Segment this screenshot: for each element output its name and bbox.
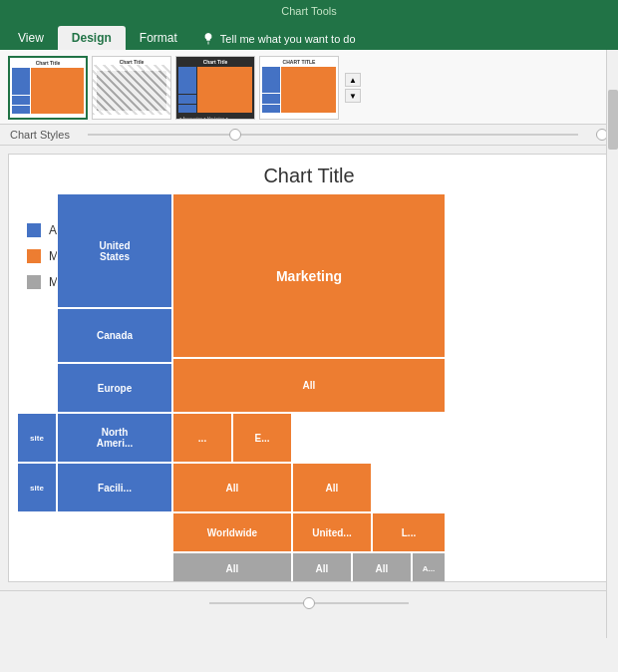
cell-europe[interactable]: Europe <box>57 363 172 413</box>
lightbulb-icon <box>201 32 215 46</box>
bottom-slider[interactable] <box>209 602 409 604</box>
cell-site-1[interactable]: site <box>17 413 57 463</box>
chart-title: Chart Title <box>9 155 609 193</box>
chart-style-thumb-3[interactable]: Chart Title ● Accounting ● Marketing ● M… <box>175 56 255 120</box>
scrollbar-thumb[interactable] <box>608 90 618 150</box>
scroll-down-btn[interactable]: ▼ <box>345 89 361 103</box>
ribbon-content: Chart Title ● Accounting ● Marketing ● M… <box>0 50 618 125</box>
tell-me-bar[interactable]: Tell me what you want to do <box>201 32 356 50</box>
styles-slider[interactable] <box>88 134 578 136</box>
cell-all-small[interactable]: All <box>292 463 372 512</box>
cell-united-states[interactable]: UnitedStates <box>57 193 172 308</box>
cell-all-mid[interactable]: All <box>172 463 292 512</box>
cell-all-large[interactable]: All <box>172 358 446 413</box>
cell-all-gray-2[interactable]: All <box>292 552 352 582</box>
cell-marketing[interactable]: Marketing <box>172 193 446 358</box>
cell-united-small[interactable]: United... <box>292 512 372 552</box>
cell-all-gray-1[interactable]: All <box>172 552 292 582</box>
cell-site-2[interactable]: site <box>17 463 57 512</box>
chart-style-thumb-4[interactable]: CHART TITLE <box>259 56 339 120</box>
scroll-up-btn[interactable]: ▲ <box>345 73 361 87</box>
cell-all-gray-3[interactable]: All <box>352 552 412 582</box>
chart-styles-bar: Chart Styles <box>0 125 618 146</box>
cell-north-america[interactable]: NorthAmeri... <box>57 413 172 463</box>
bottom-bar <box>0 590 618 614</box>
title-bar-text: Chart Tools <box>281 5 336 17</box>
title-bar: Chart Tools <box>0 0 618 22</box>
cell-l[interactable]: L... <box>372 512 446 552</box>
ribbon-scroll: ▲ ▼ <box>345 73 361 103</box>
cell-a-gray[interactable]: A... <box>412 552 446 582</box>
tab-view[interactable]: View <box>4 26 58 50</box>
tab-format[interactable]: Format <box>126 26 191 50</box>
chart-area: Chart Title UnitedStates Canada Europe N… <box>8 154 610 582</box>
treemap: UnitedStates Canada Europe NorthAmeri...… <box>17 193 446 552</box>
cell-facilities[interactable]: Facili... <box>57 463 172 512</box>
cell-canada[interactable]: Canada <box>57 308 172 363</box>
chart-style-thumb-2[interactable]: Chart Title <box>92 56 171 120</box>
ribbon-tabs: View Design Format Tell me what you want… <box>0 22 618 50</box>
bottom-slider-thumb[interactable] <box>303 597 315 609</box>
cell-e[interactable]: E... <box>232 413 292 463</box>
treemap-container: UnitedStates Canada Europe NorthAmeri...… <box>17 193 609 552</box>
cell-worldwide[interactable]: Worldwide <box>172 512 292 552</box>
scrollbar-right[interactable] <box>606 50 618 638</box>
chart-style-thumb-1[interactable]: Chart Title ● Accounting ● Marketing ● M… <box>8 56 88 120</box>
cell-dots[interactable]: ... <box>172 413 232 463</box>
chart-styles-label: Chart Styles <box>10 129 70 141</box>
tab-design[interactable]: Design <box>58 26 126 50</box>
tell-me-text: Tell me what you want to do <box>220 33 356 45</box>
